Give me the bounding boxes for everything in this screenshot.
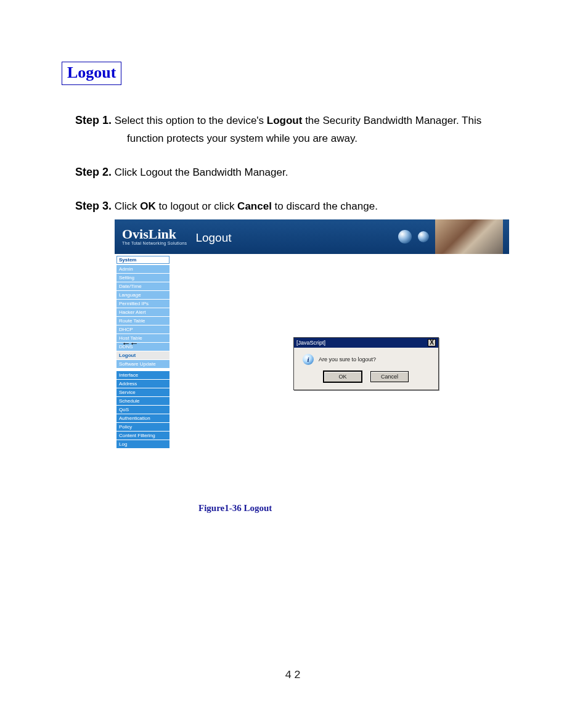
brand-sub-text: The Total Networking Solutions [122, 241, 187, 245]
ok-button[interactable]: OK [324, 371, 362, 382]
page-content: Logout Step 1. Select this option to the… [0, 0, 588, 514]
sidebar-item[interactable]: Setting [116, 274, 169, 282]
sidebar-item[interactable]: Authentication [116, 414, 169, 423]
step-1-text-a: Select this option to the device's [115, 115, 267, 126]
dialog-message-row: i Are you sure to logout? [299, 354, 433, 365]
sidebar-item[interactable]: Content Filtering [116, 432, 169, 440]
figure-page-title: Logout [195, 231, 231, 245]
step-3-label: Step 3. [75, 200, 112, 212]
figure-screenshot: OvisLink The Total Networking Solutions … [115, 219, 509, 494]
sidebar-item[interactable]: DHCP [116, 325, 169, 334]
confirm-dialog: [JavaScript] X i Are you sure to logout?… [293, 337, 439, 390]
dialog-close-button[interactable]: X [428, 339, 436, 346]
header-decoration [398, 219, 509, 254]
figure-body: System AdminSettingDate/TimeLanguagePerm… [115, 254, 509, 494]
dialog-message: Are you sure to logout? [319, 356, 376, 362]
sidebar-header[interactable]: System [116, 256, 169, 264]
sidebar-item[interactable]: Schedule [116, 397, 169, 406]
dialog-body: i Are you sure to logout? OK Cancel [294, 348, 438, 390]
section-title: Logout [67, 63, 116, 81]
figure-header: OvisLink The Total Networking Solutions … [115, 219, 509, 254]
figure-wrapper: OvisLink The Total Networking Solutions … [62, 219, 529, 494]
section-title-box: Logout [62, 62, 121, 85]
sidebar-item[interactable]: Hacker Alert [116, 308, 169, 317]
step-2-text: Click Logout the Bandwidth Manager. [115, 166, 288, 178]
globe-icon [418, 231, 429, 242]
figure-content-area: [JavaScript] X i Are you sure to logout?… [171, 254, 509, 494]
sidebar-item[interactable]: Admin [116, 265, 169, 274]
sidebar: System AdminSettingDate/TimeLanguagePerm… [115, 254, 171, 494]
sidebar-item[interactable]: Date/Time [116, 282, 169, 291]
sidebar-item[interactable]: Log [116, 440, 169, 449]
header-image [435, 219, 503, 254]
step-1-text-b: the Security Bandwidth Manager. This [302, 115, 481, 126]
sidebar-item-software-update[interactable]: Software Update [116, 360, 169, 369]
sidebar-item[interactable]: Interface [116, 371, 169, 380]
sidebar-item[interactable]: QoS [116, 406, 169, 414]
brand-text: OvisLink [122, 227, 187, 241]
sidebar-item[interactable]: Service [116, 388, 169, 397]
step-3-text-b: to logout or click [156, 200, 237, 212]
sidebar-item-logout[interactable]: Logout [116, 351, 169, 360]
step-3-bold-1: OK [140, 200, 156, 212]
step-2: Step 2. Click Logout the Bandwidth Manag… [75, 163, 529, 182]
page-number: 42 [0, 669, 588, 681]
step-2-label: Step 2. [75, 166, 112, 178]
step-3-bold-2: Cancel [237, 200, 272, 212]
step-3-text-a: Click [115, 200, 141, 212]
step-1-label: Step 1. [75, 114, 112, 126]
arrow-indicator: ←← [121, 338, 137, 348]
sidebar-item[interactable]: Language [116, 291, 169, 300]
dialog-button-row: OK Cancel [324, 371, 409, 382]
sidebar-item[interactable]: Route Table [116, 317, 169, 325]
step-3-text-c: to discard the change. [272, 200, 378, 212]
brand-block: OvisLink The Total Networking Solutions [122, 227, 187, 245]
globe-icon [398, 230, 412, 243]
dialog-title-text: [JavaScript] [296, 340, 325, 346]
sidebar-item[interactable]: Permitted IPs [116, 300, 169, 308]
figure-caption: Figure1-36 Logout [198, 503, 529, 514]
step-1-cont: function protects your system while you … [75, 130, 529, 148]
step-1-bold: Logout [267, 115, 303, 126]
sidebar-item[interactable]: Address [116, 380, 169, 388]
cancel-button[interactable]: Cancel [370, 371, 409, 382]
sidebar-item[interactable]: Policy [116, 423, 169, 432]
step-3: Step 3. Click OK to logout or click Canc… [75, 197, 529, 216]
step-1: Step 1. Select this option to the device… [75, 111, 529, 148]
info-icon: i [303, 354, 314, 365]
dialog-titlebar: [JavaScript] X [294, 338, 438, 348]
